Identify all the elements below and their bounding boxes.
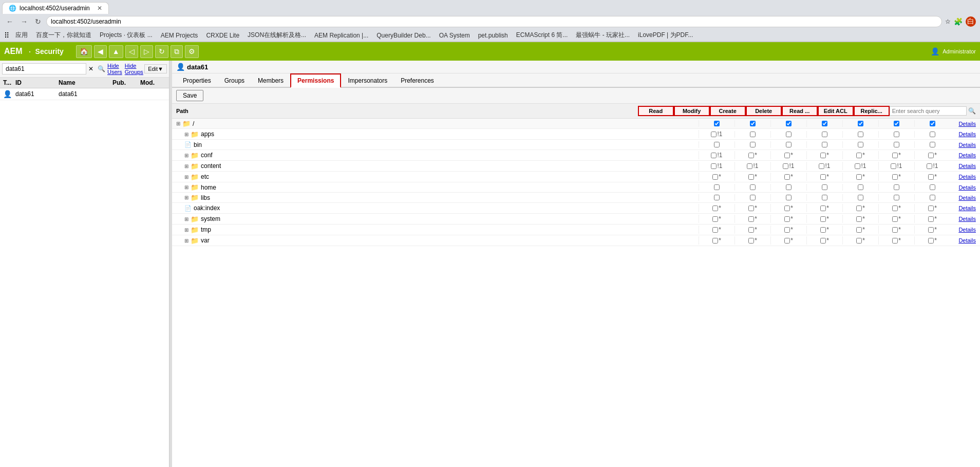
checkbox-read-acl-root[interactable] <box>858 121 863 126</box>
details-link-system[interactable]: Details <box>950 216 976 222</box>
checkbox-read-acl-var[interactable] <box>856 238 862 244</box>
checkbox-modify-var[interactable] <box>748 238 754 244</box>
details-link-oak[interactable]: Details <box>950 205 976 211</box>
hide-groups-link[interactable]: Hide Groups <box>125 63 144 75</box>
checkbox-read-etc[interactable] <box>712 174 718 180</box>
checkbox-delete-oak[interactable] <box>820 206 826 211</box>
save-button[interactable]: Save <box>176 90 203 101</box>
checkbox-create-root[interactable] <box>786 121 791 126</box>
checkbox-create-oak[interactable] <box>784 206 790 211</box>
checkbox-create-bin[interactable] <box>786 142 791 147</box>
details-link-conf[interactable]: Details <box>950 152 976 158</box>
details-link-etc[interactable]: Details <box>950 174 976 180</box>
checkbox-replicate-var[interactable] <box>928 238 934 244</box>
checkbox-delete-content[interactable] <box>819 163 824 169</box>
user-row-data61[interactable]: 👤 data61 data61 <box>0 88 169 100</box>
back-tool-button[interactable]: ◀ <box>94 45 107 58</box>
tab-properties[interactable]: Properties <box>176 74 218 87</box>
edit-dropdown-button[interactable]: Edit▼ <box>144 64 167 73</box>
bookmark-snail[interactable]: 最强蜗牛 - 玩家社... <box>574 30 632 40</box>
checkbox-create-home[interactable] <box>786 184 791 190</box>
search-submit-button[interactable]: 🔍 <box>96 64 107 73</box>
checkbox-edit-acl-content[interactable] <box>891 163 896 169</box>
copy-tool-button[interactable]: ⧉ <box>171 45 183 58</box>
details-link-tmp[interactable]: Details <box>950 227 976 233</box>
checkbox-read-libs[interactable] <box>714 195 720 200</box>
checkbox-edit-acl-system[interactable] <box>892 216 898 222</box>
checkbox-read-root[interactable] <box>714 121 720 126</box>
details-link-bin[interactable]: Details <box>950 142 976 148</box>
expand-icon-var[interactable]: ⊞ <box>184 238 189 244</box>
checkbox-create-libs[interactable] <box>786 195 791 200</box>
bookmark-crxde[interactable]: CRXDE Lite <box>204 31 241 40</box>
checkbox-read-oak[interactable] <box>712 206 718 211</box>
details-link-apps[interactable]: Details <box>950 131 976 137</box>
checkbox-replicate-libs[interactable] <box>930 195 935 200</box>
checkbox-read-bin[interactable] <box>714 142 720 147</box>
up-tool-button[interactable]: ▲ <box>109 45 123 58</box>
checkbox-modify-root[interactable] <box>750 121 756 126</box>
checkbox-delete-conf[interactable] <box>820 153 826 158</box>
details-link-home[interactable]: Details <box>950 184 976 191</box>
checkbox-replicate-oak[interactable] <box>928 206 934 211</box>
expand-icon-libs[interactable]: ⊞ <box>184 195 189 200</box>
checkbox-replicate-system[interactable] <box>928 216 934 222</box>
bookmark-aem[interactable]: AEM Projects <box>159 31 200 40</box>
checkbox-delete-etc[interactable] <box>820 174 826 180</box>
checkbox-create-tmp[interactable] <box>784 227 790 233</box>
checkbox-read-acl-etc[interactable] <box>856 174 862 180</box>
checkbox-create-var[interactable] <box>784 238 790 244</box>
checkbox-read-tmp[interactable] <box>712 227 718 233</box>
home-tool-button[interactable]: 🏠 <box>76 45 92 58</box>
checkbox-read-content[interactable] <box>711 163 717 169</box>
checkbox-modify-content[interactable] <box>747 163 752 169</box>
expand-icon-conf[interactable]: ⊞ <box>184 153 189 158</box>
checkbox-read-acl-tmp[interactable] <box>856 227 862 233</box>
forward-button[interactable]: → <box>18 16 30 27</box>
checkbox-read-acl-content[interactable] <box>855 163 860 169</box>
tab-impersonators[interactable]: Impersonators <box>341 74 394 87</box>
checkbox-modify-etc[interactable] <box>748 174 754 180</box>
expand-icon-etc[interactable]: ⊞ <box>184 174 189 180</box>
checkbox-edit-acl-oak[interactable] <box>892 206 898 211</box>
bookmark-baidu[interactable]: 百度一下，你就知道 <box>34 30 93 40</box>
checkbox-modify-conf[interactable] <box>748 153 754 158</box>
config-tool-button[interactable]: ⚙ <box>185 45 199 58</box>
checkbox-create-system[interactable] <box>784 216 790 222</box>
checkbox-read-apps[interactable] <box>711 132 717 137</box>
checkbox-edit-acl-apps[interactable] <box>894 132 899 137</box>
permissions-search-input[interactable] <box>890 106 967 116</box>
checkbox-delete-system[interactable] <box>820 216 826 222</box>
extensions-icon[interactable]: 🧩 <box>954 17 963 26</box>
tab-members[interactable]: Members <box>251 74 290 87</box>
bookmark-ecma[interactable]: ECMAScript 6 简... <box>514 30 570 40</box>
checkbox-create-apps[interactable] <box>786 132 791 137</box>
back-button[interactable]: ← <box>4 16 15 27</box>
star-icon[interactable]: ☆ <box>945 18 951 25</box>
hide-users-link[interactable]: Hide Users <box>107 63 125 75</box>
tab-close-icon[interactable]: ✕ <box>97 5 102 12</box>
next-tool-button[interactable]: ▷ <box>140 45 153 58</box>
checkbox-edit-acl-var[interactable] <box>892 238 898 244</box>
expand-icon-root[interactable]: ⊞ <box>176 121 180 126</box>
checkbox-read-acl-bin[interactable] <box>858 142 863 147</box>
checkbox-create-etc[interactable] <box>784 174 790 180</box>
checkbox-delete-var[interactable] <box>820 238 826 244</box>
bookmark-apps[interactable]: 应用 <box>13 30 30 40</box>
checkbox-read-home[interactable] <box>714 184 720 190</box>
details-link-content[interactable]: Details <box>950 163 976 169</box>
checkbox-edit-acl-tmp[interactable] <box>892 227 898 233</box>
bookmark-pet[interactable]: pet.publish <box>476 31 510 40</box>
checkbox-create-content[interactable] <box>783 163 788 169</box>
checkbox-delete-home[interactable] <box>822 184 827 190</box>
checkbox-read-acl-apps[interactable] <box>858 132 863 137</box>
checkbox-modify-system[interactable] <box>748 216 754 222</box>
refresh-button[interactable]: ↻ <box>33 16 43 27</box>
tab-groups[interactable]: Groups <box>218 74 251 87</box>
checkbox-read-var[interactable] <box>712 238 718 244</box>
checkbox-replicate-tmp[interactable] <box>928 227 934 233</box>
permissions-search-icon[interactable]: 🔍 <box>968 107 976 115</box>
checkbox-read-acl-system[interactable] <box>856 216 862 222</box>
checkbox-replicate-content[interactable] <box>927 163 932 169</box>
address-input[interactable] <box>46 16 942 27</box>
